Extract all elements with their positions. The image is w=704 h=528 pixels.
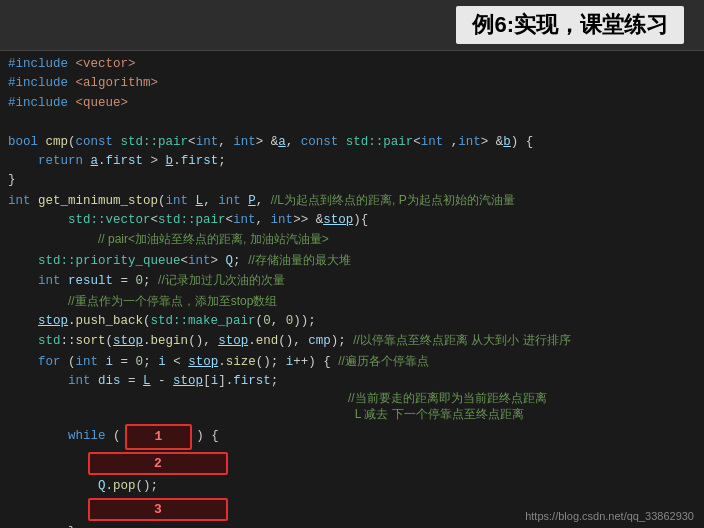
code-line-9: std::priority_queue<int> Q; //存储油量的最大堆	[8, 251, 696, 271]
watermark: https://blog.csdn.net/qq_33862930	[525, 510, 694, 522]
code-line-10b: //重点作为一个停靠点，添加至stop数组	[8, 292, 696, 312]
code-line-blank	[8, 113, 696, 132]
code-line-8b: // pair<加油站至终点的距离, 加油站汽油量>	[8, 230, 696, 250]
code-line-10: int result = 0; //记录加过几次油的次量	[8, 271, 696, 291]
red-box-1: 1	[125, 424, 193, 450]
code-line-6: }	[8, 171, 696, 190]
code-line-5: return a.first > b.first;	[8, 152, 696, 171]
red-box-3: 3	[88, 498, 228, 521]
code-line-2: #include <algorithm>	[8, 74, 696, 93]
code-line-qpop: Q.pop();	[8, 477, 696, 496]
code-line-8: std::vector<std::pair<int, int>> &stop){	[8, 211, 696, 230]
while-code-end: ) {	[196, 427, 219, 446]
code-line-14: int dis = L - stop[i].first;	[8, 372, 696, 391]
code-line-13: for (int i = 0; i < stop.size(); i++) { …	[8, 352, 696, 372]
while-code: while (	[8, 427, 121, 446]
red-box-2: 2	[88, 452, 228, 475]
while-line: while ( 1 ) {	[8, 424, 696, 450]
code-line-4: bool cmp(const std::pair<int, int> &a, c…	[8, 133, 696, 152]
header: 例6:实现，课堂练习	[0, 0, 704, 51]
red-box-2-container: 2	[88, 452, 696, 475]
code-line-while-end: }	[8, 523, 696, 528]
code-line-3: #include <queue>	[8, 94, 696, 113]
main-container: 例6:实现，课堂练习 #include <vector> #include <a…	[0, 0, 704, 528]
code-line-1: #include <vector>	[8, 55, 696, 74]
annotation-block-1: //当前要走的距离即为当前距终点距离 L 减去 下一个停靠点至终点距离	[8, 391, 696, 422]
code-line-11: stop.push_back(std::make_pair(0, 0));	[8, 312, 696, 331]
code-line-12: std::sort(stop.begin(), stop.end(), cmp)…	[8, 331, 696, 351]
header-title: 例6:实现，课堂练习	[456, 6, 684, 44]
code-area: #include <vector> #include <algorithm> #…	[0, 51, 704, 528]
code-line-7: int get_minimum_stop(int L, int P, //L为起…	[8, 191, 696, 211]
